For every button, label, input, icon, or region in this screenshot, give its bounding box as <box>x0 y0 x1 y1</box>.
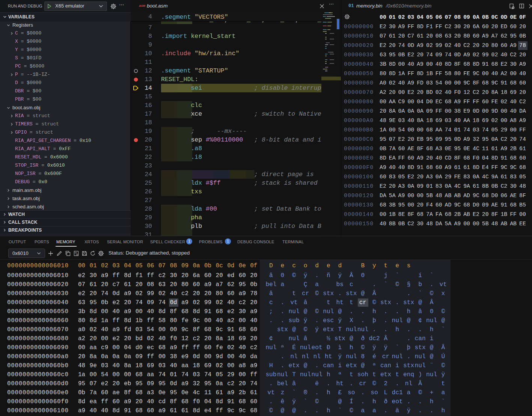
svg-text:10: 10 <box>76 254 78 256</box>
